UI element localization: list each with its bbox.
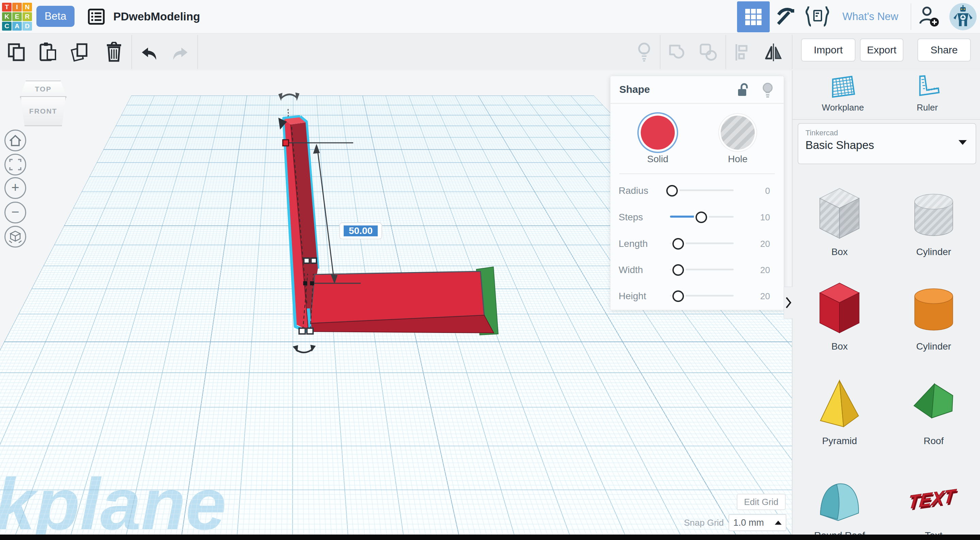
corner-scale-handle[interactable] [307,328,313,334]
codeblocks-icon [805,6,829,27]
logo-letter: E [12,12,22,21]
shape-item-hole-box[interactable]: Box [792,172,887,267]
undo-icon [139,43,158,61]
mid-handle[interactable] [311,258,317,263]
sidebar-tools: Workplane Ruler [792,70,980,120]
align-button[interactable] [732,40,752,64]
corner-scale-handle[interactable] [299,328,305,334]
logo-letter: A [12,22,22,30]
shape-item-pyramid[interactable]: Pyramid [792,362,887,456]
shape-item-text[interactable]: TEXT TEXT Text [887,456,980,540]
invite-user-button[interactable] [915,1,944,32]
home-view-button[interactable] [5,130,26,151]
edit-grid-button[interactable]: Edit Grid [737,494,786,510]
minecraft-export-button[interactable] [770,1,801,32]
slider-label: Length [619,238,648,249]
shape-item-orange-cylinder[interactable]: Cylinder [887,267,980,362]
shape-label: Cylinder [916,246,951,257]
length-slider-knob[interactable] [672,238,684,249]
add-user-icon [918,6,940,27]
width-slider-knob[interactable] [672,264,684,276]
snap-grid-controls: Snap Grid 1.0 mm [684,514,786,531]
height-scale-handle[interactable] [283,140,288,146]
import-button[interactable]: Import [801,38,856,62]
group-icon [667,43,686,62]
width-slider-row: Width 20 [619,264,775,275]
codeblocks-button[interactable] [801,1,834,32]
fit-view-button[interactable] [5,154,26,175]
paste-icon [38,42,57,63]
tinkercad-logo[interactable]: TINKERCAD [2,3,32,30]
slider-track[interactable] [670,189,733,191]
fit-view-icon [8,157,23,172]
align-icon [733,43,751,62]
paste-button[interactable] [38,40,58,64]
shape-item-round-roof[interactable]: Round Roof [792,456,887,540]
delete-button[interactable] [104,40,124,64]
shape-inspector-panel: Shape Solid Hole Radius 0 Steps 10 Leng [610,76,784,310]
pyramid-icon [814,369,865,431]
group-button[interactable] [667,40,687,64]
logo-letter: D [22,22,32,30]
view-cube-front-face[interactable]: FRONT [21,96,66,126]
zoom-out-button[interactable]: − [5,202,26,223]
lightbulb-icon [761,82,774,99]
copy-button[interactable] [7,40,27,64]
profile-avatar[interactable] [950,3,977,30]
ungroup-button[interactable] [698,40,718,64]
view-cube[interactable]: TOP FRONT [20,81,65,125]
height-slider-knob[interactable] [672,291,684,302]
red-box-icon [814,275,865,336]
view-cube-top-face[interactable]: TOP [20,81,67,98]
lock-button[interactable] [736,82,750,99]
design-title[interactable]: PDwebModeling [113,0,200,33]
base-handle[interactable] [310,281,314,285]
robot-avatar-image [950,3,977,30]
slider-value: 10 [746,212,770,223]
lightbulb-icon [636,42,652,63]
mid-handle[interactable] [304,258,309,263]
shape-item-red-box[interactable]: Box [792,267,887,362]
snap-grid-select[interactable]: 1.0 mm [729,514,786,531]
whats-new-link[interactable]: What's New [843,11,898,23]
duplicate-button[interactable] [70,40,90,64]
solid-swatch[interactable] [641,116,675,149]
header-actions: What's New [737,0,977,33]
export-button[interactable]: Export [860,38,904,62]
logo-letter: K [2,12,11,21]
shape-panel-header: Shape [611,76,784,104]
slider-label: Radius [619,185,648,196]
show-all-button[interactable] [634,40,654,64]
shape-label: Box [831,246,848,257]
perspective-cube-icon [8,229,23,244]
dimension-input[interactable]: 50.00 [340,223,382,239]
redo-button[interactable] [171,40,191,64]
hole-swatch[interactable] [721,116,755,149]
ruler-tool[interactable]: Ruler [890,74,965,113]
share-button[interactable]: Share [917,38,971,62]
ruler-tool-label: Ruler [917,102,938,113]
dashboard-grid-button[interactable] [737,2,770,32]
hide-button[interactable] [761,82,774,101]
base-handle[interactable] [303,281,307,285]
solid-label: Solid [641,154,675,165]
shape-item-roof[interactable]: Roof [887,362,980,456]
shape-label: Pyramid [822,435,857,446]
shape-collection-dropdown[interactable]: Tinkercad Basic Shapes [798,123,976,164]
sidebar-collapse-button[interactable] [784,287,792,319]
radius-slider-knob[interactable] [666,185,678,197]
shape-item-hole-cylinder[interactable]: Cylinder [887,172,980,267]
caret-down-icon [959,140,967,145]
steps-slider-knob[interactable] [695,211,707,223]
hole-box-icon [814,180,865,242]
chevron-right-icon [785,297,791,308]
design-menu-icon[interactable] [88,8,105,25]
perspective-toggle-button[interactable] [5,226,26,248]
workplane-icon [830,74,856,100]
minus-icon: − [11,205,19,219]
undo-button[interactable] [139,40,159,64]
workplane-tool[interactable]: Workplane [805,74,880,113]
mirror-button[interactable] [764,40,783,64]
zoom-in-button[interactable]: + [5,177,26,199]
round-roof-icon [814,464,865,526]
